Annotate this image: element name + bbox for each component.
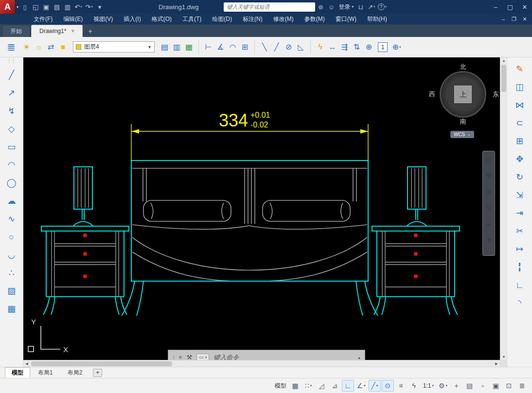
layout-tab-2[interactable]: 布局2	[61, 367, 89, 378]
scale-icon[interactable]: ⇲	[513, 189, 527, 201]
tab-close-icon[interactable]: ×	[71, 28, 74, 35]
horizontal-scroll-thumb[interactable]	[31, 361, 172, 366]
arc-icon[interactable]: ◠	[5, 159, 18, 171]
quick-properties-icon[interactable]: ▤	[463, 380, 476, 392]
menu-item[interactable]: 修改(M)	[268, 14, 299, 24]
signin-person-icon[interactable]: ☺	[326, 1, 337, 13]
navbar-menu-caret-icon[interactable]: ▾	[484, 235, 494, 244]
offset-icon[interactable]: ⊂	[513, 117, 527, 129]
snap-mode-icon[interactable]: ∷ ▾	[302, 380, 315, 392]
menu-item[interactable]: 参数(M)	[299, 14, 330, 24]
menu-item[interactable]: 格式(O)	[146, 14, 177, 24]
spacing-icon[interactable]: ⇶	[338, 40, 351, 54]
redo-icon[interactable]: ↷ ▾	[84, 1, 94, 13]
menu-item[interactable]: 标注(N)	[237, 14, 268, 24]
copy-icon[interactable]: ◫	[513, 81, 527, 93]
array-icon[interactable]: ⊞	[513, 135, 527, 147]
wcs-dropdown[interactable]: WCS ⌄	[450, 131, 474, 138]
line-icon[interactable]: ╱	[5, 69, 18, 81]
app-menu-caret-icon[interactable]: ▾	[16, 5, 19, 9]
combobox-caret-icon[interactable]: ▼	[147, 45, 152, 50]
mdi-restore-button[interactable]: ❐	[509, 14, 519, 24]
fillet-icon[interactable]: ◝	[513, 297, 527, 309]
line-tool-icon[interactable]: ╲	[258, 40, 270, 54]
save-as-icon[interactable]: ▤	[52, 1, 62, 13]
minimize-button[interactable]: –	[488, 0, 503, 14]
menu-item[interactable]: 工具(T)	[177, 14, 207, 24]
scroll-left-icon[interactable]: ◀	[23, 360, 30, 367]
chamfer-icon[interactable]: ∟	[513, 279, 527, 291]
plot-icon[interactable]: ▥	[62, 1, 73, 13]
revision-cloud-icon[interactable]: ☁	[5, 195, 18, 207]
menu-item[interactable]: 视图(V)	[88, 14, 118, 24]
scroll-right-icon[interactable]: ▶	[493, 360, 500, 367]
circle-slash-icon[interactable]: ⊘	[283, 40, 295, 54]
ray-icon[interactable]: ↗	[5, 87, 18, 99]
undo-icon[interactable]: ↶ ▾	[73, 1, 84, 13]
toolbar-grip-handle[interactable]: ⋮⋮⋮⋮	[7, 59, 16, 63]
nav-pan-icon[interactable]: ✥	[484, 171, 494, 180]
spline-icon[interactable]: ∿	[5, 213, 18, 225]
layout-tab-model[interactable]: 模型	[5, 367, 30, 378]
nav-orbit-icon[interactable]: ↻	[484, 203, 494, 212]
object-snap-icon[interactable]: ╱ ▾	[369, 380, 381, 392]
qat-more-icon[interactable]: ▾	[94, 1, 105, 13]
app-logo[interactable]: A	[0, 0, 16, 14]
lightning-icon[interactable]: ϟ	[314, 40, 326, 54]
ray-tool-icon[interactable]: ╱	[270, 40, 283, 54]
tab-start[interactable]: 开始	[2, 25, 30, 37]
annotation-autoscale-icon[interactable]: ϟ	[408, 380, 420, 392]
polyline-icon[interactable]: ↯	[5, 105, 18, 117]
polar-tracking-icon[interactable]: ∠ ▾	[355, 380, 368, 392]
share-icon[interactable]: ↗ ▾	[366, 1, 377, 13]
layer-merge-icon[interactable]: ▦	[183, 40, 195, 54]
point-icon[interactable]: ∴	[5, 267, 18, 279]
gradient-hatch-icon[interactable]: ▦	[5, 303, 18, 315]
model-canvas[interactable]: 334 +0.01 -0.02 Y X 北 南 西 东 上	[23, 57, 507, 367]
layer-color-swatch-icon[interactable]: ■	[57, 40, 69, 54]
workspace-switch-gear-icon[interactable]: ⚙ ▾	[437, 380, 449, 392]
vertical-ruler-icon[interactable]: ⇅	[351, 40, 363, 54]
mirror-icon[interactable]: ⋈	[513, 99, 527, 111]
compass-west-label[interactable]: 西	[429, 90, 435, 99]
nav-showmotion-icon[interactable]: ▸	[484, 219, 494, 228]
nav-zoom-icon[interactable]: ⊕	[484, 187, 494, 196]
vertical-scrollbar[interactable]: ▲ ▼	[500, 57, 507, 360]
annotation-scale-button[interactable]: 1:1 ▾	[421, 380, 436, 392]
polygon-icon[interactable]: ◇	[5, 123, 18, 135]
move-icon[interactable]: ✥	[513, 153, 527, 165]
lineweight-icon[interactable]: ≡	[395, 380, 407, 392]
help-search-input[interactable]	[224, 4, 315, 10]
rectangle-icon[interactable]: ▭	[5, 141, 18, 153]
tab-drawing1[interactable]: Drawing1* ×	[31, 25, 83, 37]
angle-line-icon[interactable]: ∡	[214, 40, 227, 54]
stretch-icon[interactable]: ⇥	[513, 207, 527, 219]
command-history-caret-icon[interactable]: ▴	[358, 355, 360, 360]
new-drawing-tab-button[interactable]: +	[84, 25, 96, 37]
help-search-box[interactable]	[224, 2, 315, 12]
nav-wheel-icon[interactable]: ◎	[484, 155, 494, 164]
right-triangle-icon[interactable]: ◺	[295, 40, 307, 54]
new-layout-button[interactable]: +	[93, 369, 102, 377]
extend-icon[interactable]: ↦	[513, 243, 527, 255]
ellipse-arc-icon[interactable]: ◡	[5, 249, 18, 261]
grid-plus-icon[interactable]: ⊞	[239, 40, 251, 54]
alignment-target-icon[interactable]: ⊕	[363, 40, 375, 54]
layer-states-icon[interactable]: ▤	[159, 40, 171, 54]
menu-item[interactable]: 绘图(D)	[207, 14, 237, 24]
layer-transfer-icon[interactable]: ⇄	[45, 40, 57, 54]
menu-item[interactable]: 文件(F)	[28, 14, 58, 24]
arc-plus-icon[interactable]: ◠	[227, 40, 239, 54]
scroll-down-icon[interactable]: ▼	[500, 354, 507, 360]
horizontal-scrollbar[interactable]: ◀ ▶	[23, 360, 500, 367]
save-icon[interactable]: ▣	[41, 1, 52, 13]
rotate-icon[interactable]: ↻	[513, 171, 527, 183]
infer-constraints-icon[interactable]: ◿	[316, 380, 328, 392]
object-snap-tracking-icon[interactable]: ⊙	[382, 380, 394, 392]
scroll-up-icon[interactable]: ▲	[500, 57, 507, 64]
model-space-button[interactable]: 模型	[273, 380, 288, 392]
new-file-icon[interactable]: ▯	[19, 1, 30, 13]
help-icon[interactable]: ? ▾	[377, 1, 388, 13]
dynamic-input-icon[interactable]: ⊿	[329, 380, 341, 392]
search-binoculars-icon[interactable]: ⊚	[315, 1, 326, 13]
